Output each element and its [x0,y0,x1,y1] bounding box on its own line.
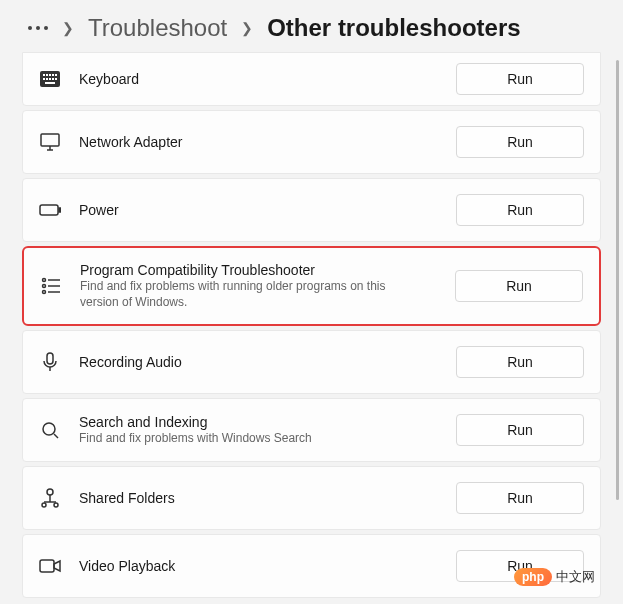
svg-line-26 [54,434,58,438]
item-text: Program Compatibility Troubleshooter Fin… [80,262,437,310]
watermark-text: 中文网 [556,568,595,586]
item-text: Keyboard [79,71,438,87]
svg-rect-15 [40,205,58,215]
svg-rect-4 [52,74,54,76]
svg-point-25 [43,423,55,435]
svg-point-19 [43,285,46,288]
run-button[interactable]: Run [455,270,583,302]
svg-point-27 [47,489,53,495]
svg-rect-3 [49,74,51,76]
svg-rect-1 [43,74,45,76]
troubleshooter-item-keyboard[interactable]: Keyboard Run [22,52,601,106]
svg-point-31 [54,503,58,507]
troubleshooter-item-search-indexing[interactable]: Search and Indexing Find and fix problem… [22,398,601,462]
item-title: Network Adapter [79,134,438,150]
svg-rect-11 [45,82,55,84]
item-text: Recording Audio [79,354,438,370]
run-button[interactable]: Run [456,63,584,95]
watermark: php 中文网 [514,568,595,586]
item-description: Find and fix problems with Windows Searc… [79,431,419,447]
item-title: Video Playback [79,558,438,574]
svg-rect-7 [46,78,48,80]
item-title: Power [79,202,438,218]
troubleshooter-item-recording-audio[interactable]: Recording Audio Run [22,330,601,394]
video-icon [39,555,61,577]
troubleshooter-item-program-compatibility[interactable]: Program Compatibility Troubleshooter Fin… [22,246,601,326]
run-button[interactable]: Run [456,482,584,514]
run-button[interactable]: Run [456,414,584,446]
svg-rect-2 [46,74,48,76]
troubleshooter-list: Keyboard Run Network Adapter Run Power R… [0,52,623,598]
search-icon [39,419,61,441]
troubleshooter-item-video-playback[interactable]: Video Playback Run [22,534,601,598]
item-text: Shared Folders [79,490,438,506]
svg-rect-10 [55,78,57,80]
troubleshooter-item-network[interactable]: Network Adapter Run [22,110,601,174]
svg-point-17 [43,279,46,282]
breadcrumb-current: Other troubleshooters [267,14,520,42]
item-title: Recording Audio [79,354,438,370]
item-text: Video Playback [79,558,438,574]
watermark-badge: php [514,568,552,586]
list-settings-icon [40,275,62,297]
microphone-icon [39,351,61,373]
item-text: Search and Indexing Find and fix problem… [79,414,438,447]
item-title: Shared Folders [79,490,438,506]
svg-rect-8 [49,78,51,80]
troubleshooter-item-power[interactable]: Power Run [22,178,601,242]
svg-point-21 [43,291,46,294]
scrollbar[interactable] [616,60,619,500]
shared-folder-icon [39,487,61,509]
svg-rect-32 [40,560,54,572]
run-button[interactable]: Run [456,126,584,158]
svg-rect-9 [52,78,54,80]
svg-rect-23 [47,353,53,364]
item-description: Find and fix problems with running older… [80,279,420,310]
breadcrumb-parent[interactable]: Troubleshoot [88,14,227,42]
keyboard-icon [39,68,61,90]
troubleshooter-item-shared-folders[interactable]: Shared Folders Run [22,466,601,530]
svg-rect-12 [41,134,59,146]
svg-rect-5 [55,74,57,76]
svg-rect-6 [43,78,45,80]
monitor-icon [39,131,61,153]
item-title: Search and Indexing [79,414,438,430]
chevron-right-icon: ❯ [62,20,74,36]
run-button[interactable]: Run [456,346,584,378]
chevron-right-icon: ❯ [241,20,253,36]
item-title: Program Compatibility Troubleshooter [80,262,437,278]
battery-icon [39,199,61,221]
run-button[interactable]: Run [456,194,584,226]
svg-point-30 [42,503,46,507]
item-title: Keyboard [79,71,438,87]
svg-rect-16 [59,208,61,212]
item-text: Network Adapter [79,134,438,150]
more-icon[interactable] [28,26,48,30]
breadcrumb: ❯ Troubleshoot ❯ Other troubleshooters [0,0,623,52]
item-text: Power [79,202,438,218]
